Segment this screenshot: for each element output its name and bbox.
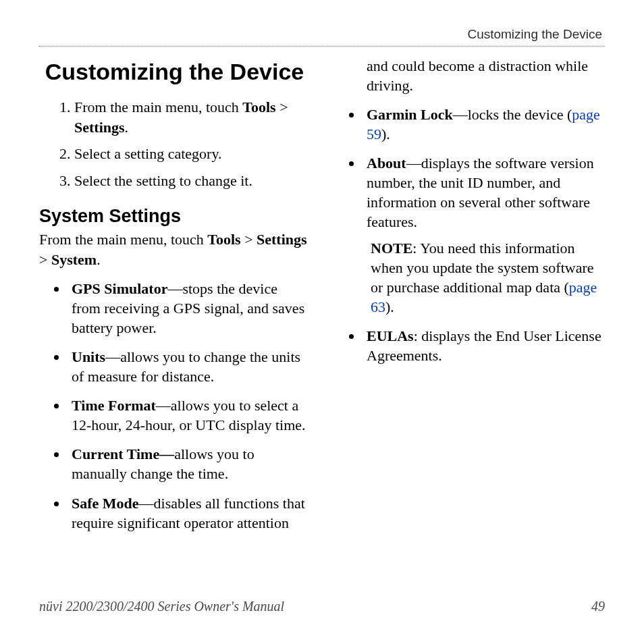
intro-system: System	[51, 251, 97, 268]
intro-sep1: >	[241, 231, 257, 248]
bullet-units-desc: —allows you to change the units of measu…	[72, 348, 300, 385]
bullet-curr-label: Current Time—	[72, 446, 174, 462]
page-footer: nüvi 2200/2300/2400 Series Owner's Manua…	[39, 599, 605, 614]
bullet-about: About—displays the software version numb…	[363, 153, 605, 317]
intro-tools: Tools	[207, 231, 240, 248]
step-1-post: .	[125, 119, 129, 136]
bullet-gps-simulator: GPS Simulator—stops the device from rece…	[68, 279, 310, 338]
step-1-text-pre: From the main menu, touch	[74, 99, 242, 115]
bullet-lock-pre: —locks the device (	[453, 106, 572, 123]
footer-manual-title: nüvi 2200/2300/2400 Series Owner's Manua…	[39, 599, 284, 614]
intro-post: .	[97, 251, 101, 268]
about-note: NOTE: You need this information when you…	[367, 238, 605, 317]
bullet-garmin-lock: Garmin Lock—locks the device (page 59).	[363, 105, 605, 144]
bullet-time-format: Time Format—allows you to select a 12-ho…	[68, 396, 310, 435]
intro-pre: From the main menu, touch	[39, 231, 207, 248]
bullet-about-label: About	[367, 155, 406, 171]
step-1-tools: Tools	[242, 99, 275, 115]
header-divider	[39, 46, 605, 47]
footer-page-number: 49	[591, 599, 605, 614]
bullet-eula-label: EULAs	[367, 327, 414, 344]
bullet-units-label: Units	[72, 348, 105, 365]
bullet-lock-post: ).	[381, 126, 390, 142]
bullet-units: Units—allows you to change the units of …	[68, 347, 310, 386]
step-1-settings: Settings	[74, 119, 125, 136]
bullet-current-time: Current Time—allows you to manually chan…	[68, 444, 310, 483]
steps-list: From the main menu, touch Tools > Settin…	[39, 97, 310, 191]
page-title: Customizing the Device	[39, 59, 310, 85]
running-head: Customizing the Device	[39, 27, 605, 46]
bullet-lock-label: Garmin Lock	[367, 106, 453, 123]
intro-settings: Settings	[257, 231, 307, 248]
section-system-settings-intro: From the main menu, touch Tools > Settin…	[39, 230, 310, 269]
step-2: Select a setting category.	[74, 144, 310, 164]
section-system-settings-heading: System Settings	[39, 206, 310, 227]
bullet-safe-label: Safe Mode	[72, 495, 139, 512]
bullet-time-label: Time Format	[72, 397, 156, 414]
page: Customizing the Device Customizing the D…	[0, 0, 644, 644]
note-post: ).	[385, 298, 394, 315]
step-3: Select the setting to change it.	[74, 171, 310, 191]
content-columns: Customizing the Device From the main men…	[39, 56, 605, 569]
note-label: NOTE	[371, 240, 412, 257]
intro-sep2: >	[39, 251, 51, 268]
bullet-eulas: EULAs: displays the End User License Agr…	[363, 326, 605, 365]
bullet-gps-label: GPS Simulator	[72, 280, 167, 297]
step-1: From the main menu, touch Tools > Settin…	[74, 97, 310, 137]
step-1-sep: >	[276, 99, 288, 115]
